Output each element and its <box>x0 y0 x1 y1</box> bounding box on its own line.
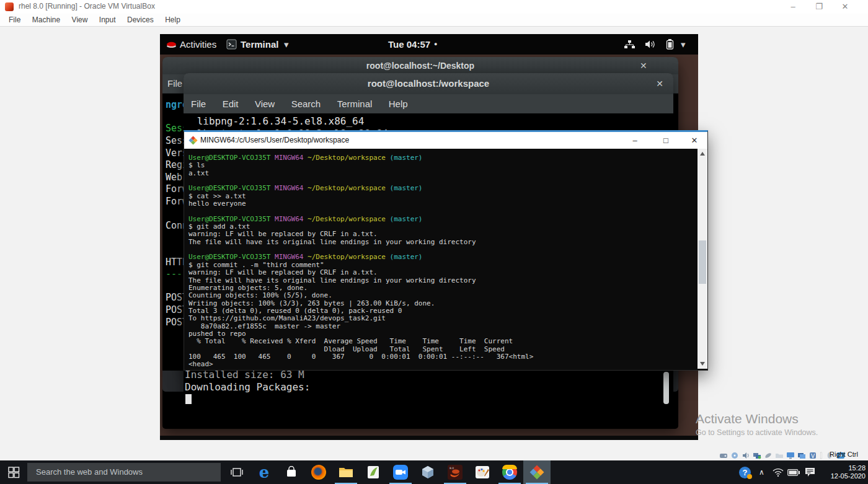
task-view-button[interactable] <box>223 460 250 484</box>
file-explorer-icon[interactable] <box>332 460 360 484</box>
paint-icon[interactable] <box>469 460 496 484</box>
vbox-menu-view[interactable]: View <box>72 14 88 26</box>
action-center-icon[interactable] <box>805 460 815 484</box>
terminal-line: <head> <box>188 361 698 368</box>
chrome-icon[interactable] <box>496 460 523 484</box>
vbox-close-button[interactable]: ✕ <box>835 0 856 14</box>
system-menu-chevron-icon[interactable]: ▾ <box>681 34 686 55</box>
firefox-icon[interactable] <box>305 460 332 484</box>
activate-windows-watermark: Activate Windows <box>696 411 799 426</box>
prompt-user: User@DESKTOP-VCOJ35T <box>188 253 275 261</box>
prompt-path: ~/Desktop/workspace <box>308 215 389 223</box>
terminal-line: Counting objects: 100% (5/5), done. <box>188 292 698 299</box>
network-icon <box>624 40 635 49</box>
prompt-host: MINGW64 <box>275 253 308 261</box>
windows-taskbar: Search the web and Windows e 8.0 ? <box>0 460 868 484</box>
start-button[interactable] <box>0 460 27 484</box>
scroll-up-icon[interactable] <box>700 152 705 156</box>
virtualbox-titlebar[interactable]: rhel 8.0 [Running] - Oracle VM VirtualBo… <box>0 0 868 14</box>
mingw64-scrollbar[interactable] <box>698 149 707 369</box>
app-menu-chevron-icon[interactable]: ▾ <box>284 34 289 55</box>
mingw64-titlebar[interactable]: MINGW64:/c/Users/User/Desktop/workspace … <box>184 132 707 149</box>
vbox-menu-file[interactable]: File <box>9 14 20 26</box>
vbox-audio-icon[interactable] <box>742 452 750 459</box>
prompt-branch: (master) <box>390 154 423 162</box>
vbox-optical-icon[interactable] <box>730 452 739 459</box>
prompt-user: User@DESKTOP-VCOJ35T <box>188 215 275 223</box>
mingw-minimize-button[interactable]: – <box>626 133 644 147</box>
vbox-display-icon[interactable] <box>786 452 795 459</box>
taskbar-clock[interactable]: 15:28 12-05-2020 <box>820 464 866 480</box>
vbox-menu-input[interactable]: Input <box>99 14 116 26</box>
activate-windows-subtitle: Go to Settings to activate Windows. <box>696 428 818 437</box>
virtualbox-icon[interactable] <box>414 460 441 484</box>
app-menu-terminal[interactable]: Terminal <box>241 34 278 55</box>
activities-button[interactable]: Activities <box>180 34 216 55</box>
zoom-icon[interactable] <box>387 460 414 484</box>
topbar-clock[interactable]: Tue 04:57 <box>388 34 430 55</box>
mingw-close-button[interactable]: ✕ <box>685 133 704 147</box>
gnome-topbar: Activities Terminal ▾ Tue 04:57 ● ▾ <box>160 34 698 55</box>
mingw64-scrollbar-thumb[interactable] <box>699 240 706 284</box>
terminal-desktop-title: root@localhost:~/Desktop <box>366 61 474 71</box>
rhel-vm-icon[interactable]: 8.0 <box>441 460 469 484</box>
menu-help[interactable]: Help <box>389 94 408 113</box>
redhat-logo-icon <box>166 40 177 50</box>
vbox-shared-folders-icon[interactable] <box>775 452 784 459</box>
edge-icon[interactable]: e <box>250 460 278 484</box>
vbox-hdd-icon[interactable] <box>719 452 728 459</box>
wifi-icon[interactable] <box>773 460 784 484</box>
terminal-line: a.txt <box>188 170 698 177</box>
store-icon[interactable] <box>278 460 305 484</box>
notepad-plus-plus-icon[interactable] <box>360 460 387 484</box>
battery-tray-icon[interactable] <box>787 460 800 484</box>
prompt-user: User@DESKTOP-VCOJ35T <box>188 154 275 162</box>
vbox-menu-machine[interactable]: Machine <box>32 14 60 26</box>
search-input[interactable]: Search the web and Windows <box>27 463 221 482</box>
menu-edit[interactable]: Edit <box>223 94 239 113</box>
scroll-down-icon[interactable] <box>700 362 705 366</box>
terminal-app-icon <box>226 39 237 50</box>
terminal-workspace-scrollbar-thumb[interactable] <box>663 372 669 404</box>
menu-view[interactable]: View <box>255 94 275 113</box>
terminal-line: To https://github.com/ManaliA23/devops_t… <box>188 315 698 322</box>
vbox-menu-devices[interactable]: Devices <box>127 14 154 26</box>
terminal-desktop-menu-file[interactable]: File <box>167 74 182 93</box>
terminal-desktop-titlebar[interactable]: root@localhost:~/Desktop <box>162 57 678 74</box>
mingw-maximize-button[interactable]: □ <box>657 133 675 147</box>
terminal-line: warning: LF will be replaced by CRLF in … <box>188 231 698 238</box>
vbox-minimize-button[interactable]: – <box>782 0 804 14</box>
vbox-multiscreen-icon[interactable] <box>797 452 806 459</box>
terminal-workspace-close-icon[interactable]: ✕ <box>656 79 663 89</box>
terminal-workspace-titlebar[interactable]: root@localhost:/workspace <box>184 73 673 94</box>
clock-date: 12-05-2020 <box>820 472 866 480</box>
prompt-path: ~/Desktop/workspace <box>308 253 389 261</box>
vbox-separator <box>820 452 823 459</box>
vbox-network-icon[interactable] <box>753 452 761 459</box>
vbox-recording-icon[interactable]: V <box>808 452 817 459</box>
terminal-workspace-title: root@localhost:/workspace <box>368 78 489 89</box>
terminal-desktop-close-icon[interactable]: ✕ <box>640 61 647 71</box>
vbox-usb-icon[interactable] <box>764 452 773 459</box>
menu-terminal[interactable]: Terminal <box>337 94 373 113</box>
git-bash-taskbar-icon[interactable] <box>523 460 551 484</box>
prompt-host: MINGW64 <box>275 215 308 223</box>
vbox-menu-help[interactable]: Help <box>165 14 180 26</box>
terminal-line: $ ls <box>188 162 698 169</box>
clock-time: 15:28 <box>820 464 866 472</box>
mingw64-terminal-content[interactable]: User@DESKTOP-VCOJ35T MINGW64 ~/Desktop/w… <box>184 149 698 369</box>
volume-icon <box>645 40 656 49</box>
vbox-restore-button[interactable]: ❐ <box>808 0 830 14</box>
virtualbox-vm-icon <box>5 2 14 11</box>
menu-file[interactable]: File <box>191 94 206 113</box>
mingw64-window[interactable]: MINGW64:/c/Users/User/Desktop/workspace … <box>184 130 708 371</box>
terminal-line: hello everyone <box>188 200 698 208</box>
terminal-line: The file will have its original line end… <box>188 277 698 284</box>
mingw64-window-title: MINGW64:/c/Users/User/Desktop/workspace <box>200 136 349 144</box>
menu-search[interactable]: Search <box>291 94 321 113</box>
vbox-host-key-label: Right Ctrl <box>830 451 858 458</box>
tray-chevron-icon[interactable]: ∧ <box>759 460 764 484</box>
vm-screen-bottom-edge <box>160 436 698 440</box>
help-notification-icon[interactable]: ? <box>739 460 751 484</box>
terminal-line: The file will have its original line end… <box>188 239 698 246</box>
